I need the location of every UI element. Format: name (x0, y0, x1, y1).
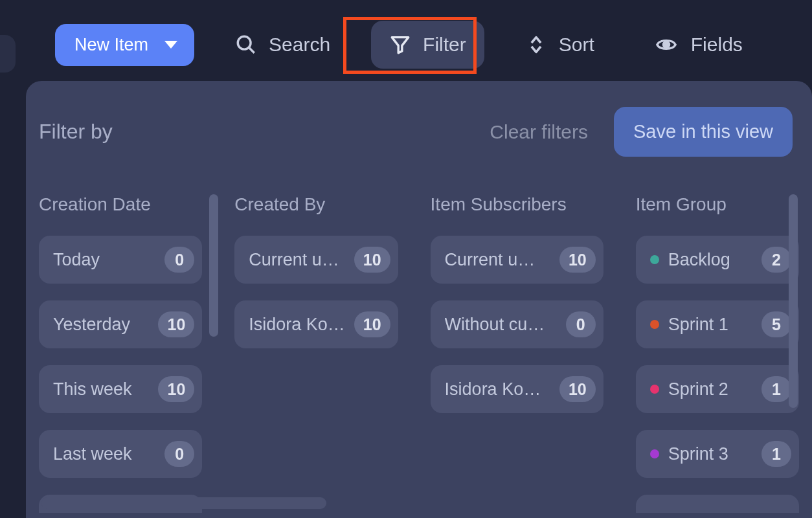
svg-line-1 (249, 48, 254, 53)
svg-point-0 (238, 36, 251, 49)
count-badge: 10 (158, 376, 194, 402)
new-item-label: New Item (74, 35, 148, 55)
search-label: Search (269, 34, 330, 56)
new-item-button[interactable]: New Item (55, 24, 194, 66)
filter-option-label: Without cu… (445, 315, 559, 335)
count-badge: 0 (566, 311, 596, 337)
col-title-creation-date: Creation Date (39, 194, 202, 215)
filter-option[interactable]: Backlog 2 (636, 236, 799, 284)
search-icon (235, 34, 257, 56)
filter-label: Filter (423, 34, 466, 56)
color-dot (650, 385, 659, 394)
count-badge: 1 (761, 376, 791, 402)
filter-option-partial[interactable] (636, 495, 799, 513)
count-badge: 0 (164, 247, 194, 273)
filter-option[interactable]: This week 10 (39, 365, 202, 413)
filter-icon (389, 34, 411, 56)
sort-button[interactable]: Sort (507, 21, 613, 69)
filter-option-label: This week (53, 379, 152, 400)
fields-icon (653, 34, 679, 56)
count-badge: 2 (761, 247, 791, 273)
left-edge-stub (0, 35, 16, 73)
count-badge: 10 (559, 247, 596, 273)
toolbar: New Item Search Filter Sort (0, 0, 812, 69)
count-badge: 10 (354, 311, 390, 337)
filter-option-label: Sprint 2 (668, 379, 755, 400)
search-button[interactable]: Search (217, 21, 348, 69)
count-badge: 10 (354, 247, 390, 273)
count-badge: 0 (164, 441, 194, 467)
filter-option-label: Last week (53, 444, 158, 464)
filter-option-label: Backlog (668, 250, 755, 270)
color-dot (650, 449, 659, 458)
filter-option-label: Sprint 3 (668, 444, 755, 464)
filter-panel: Filter by Clear filters Save in this vie… (26, 81, 812, 518)
filter-option-label: Today (53, 250, 158, 270)
col-title-item-group: Item Group (636, 194, 799, 215)
color-dot (650, 320, 659, 329)
filter-option[interactable]: Last week 0 (39, 430, 202, 478)
svg-point-2 (663, 41, 669, 47)
chevron-down-icon (164, 41, 177, 49)
column-item-group: Item Group Backlog 2 Sprint 1 5 Sprint 2… (636, 194, 799, 513)
fields-button[interactable]: Fields (635, 21, 761, 69)
filter-option[interactable]: Isidora Ko… 10 (431, 365, 603, 413)
filter-option[interactable]: Sprint 2 1 (636, 365, 799, 413)
panel-title: Filter by (39, 120, 113, 144)
save-view-button[interactable]: Save in this view (614, 107, 793, 157)
filter-option[interactable]: Current u… 10 (234, 236, 398, 284)
horizontal-scrollbar[interactable] (41, 497, 326, 509)
column-item-subscribers: Item Subscribers Current u… 10 Without c… (431, 194, 603, 513)
filter-option-label: Isidora Ko… (249, 315, 347, 335)
filter-option[interactable]: Current u… 10 (431, 236, 603, 284)
filter-option-label: Current u… (445, 250, 553, 270)
filter-option[interactable]: Yesterday 10 (39, 300, 202, 348)
color-dot (650, 255, 659, 264)
fields-label: Fields (691, 34, 743, 56)
count-badge: 5 (761, 311, 791, 337)
column-creation-date: Creation Date Today 0 Yesterday 10 This … (39, 194, 202, 513)
vertical-scrollbar-right[interactable] (789, 194, 798, 408)
count-badge: 10 (158, 311, 194, 337)
filter-option[interactable]: Isidora Ko… 10 (234, 300, 398, 348)
count-badge: 10 (559, 376, 596, 402)
filter-option-label: Current u… (249, 250, 347, 270)
panel-actions: Clear filters Save in this view (490, 107, 793, 157)
filter-option[interactable]: Sprint 3 1 (636, 430, 799, 478)
clear-filters-link[interactable]: Clear filters (490, 121, 588, 143)
filter-option[interactable]: Today 0 (39, 236, 202, 284)
vertical-scrollbar[interactable] (209, 194, 218, 337)
count-badge: 1 (761, 441, 791, 467)
filter-option-label: Isidora Ko… (445, 379, 553, 400)
filter-option-label: Sprint 1 (668, 315, 755, 335)
col-title-item-subscribers: Item Subscribers (431, 194, 603, 215)
panel-header: Filter by Clear filters Save in this vie… (39, 107, 799, 176)
sort-label: Sort (559, 34, 594, 56)
column-created-by: Created By Current u… 10 Isidora Ko… 10 (234, 194, 398, 513)
filter-option[interactable]: Without cu… 0 (431, 300, 603, 348)
col-title-created-by: Created By (234, 194, 398, 215)
filter-option[interactable]: Sprint 1 5 (636, 300, 799, 348)
filter-columns: Creation Date Today 0 Yesterday 10 This … (39, 194, 799, 513)
sort-icon (525, 34, 547, 56)
filter-option-label: Yesterday (53, 315, 152, 335)
filter-button[interactable]: Filter (371, 21, 484, 69)
